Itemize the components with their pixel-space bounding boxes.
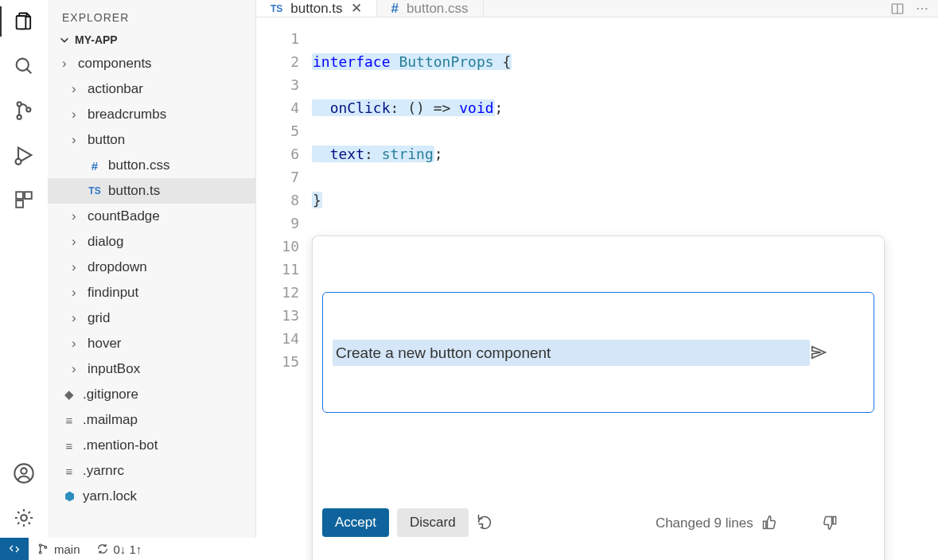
- extensions-view-icon[interactable]: [12, 188, 36, 212]
- folder-actionbar[interactable]: ›actionbar: [48, 76, 255, 102]
- source-control-view-icon[interactable]: [12, 99, 36, 122]
- remote-indicator[interactable]: [0, 538, 29, 560]
- svg-point-13: [21, 515, 26, 520]
- text-file-icon: ≡: [62, 414, 76, 427]
- svg-point-4: [18, 115, 21, 119]
- split-editor-icon[interactable]: [890, 2, 905, 16]
- gitignore-icon: ◆: [62, 387, 76, 402]
- svg-point-1: [17, 59, 29, 71]
- status-sync[interactable]: 0↓ 1↑: [88, 542, 150, 556]
- yarn-icon: ⬢: [62, 489, 76, 504]
- project-header[interactable]: MY-APP: [48, 30, 255, 51]
- tab-button-css[interactable]: # button.css: [377, 0, 484, 17]
- folder-hover[interactable]: ›hover: [48, 331, 255, 356]
- text-editor[interactable]: 123456789101112131415 interface ButtonPr…: [256, 18, 938, 560]
- file-button-css[interactable]: #button.css: [48, 153, 255, 178]
- ts-file-icon: TS: [88, 185, 102, 196]
- folder-button[interactable]: ›button: [48, 127, 255, 153]
- folder-countbadge[interactable]: ›countBadge: [48, 204, 255, 229]
- ai-prompt-text: Create a new button component: [333, 340, 810, 366]
- thumbs-down-icon[interactable]: [822, 469, 874, 560]
- svg-line-2: [27, 69, 32, 74]
- code-content[interactable]: interface ButtonProps { onClick: () => v…: [312, 18, 938, 560]
- ai-prompt-input[interactable]: Create a new button component: [322, 292, 874, 413]
- text-file-icon: ≡: [62, 465, 76, 478]
- file-gitignore[interactable]: ◆.gitignore: [48, 382, 255, 407]
- svg-point-3: [18, 102, 21, 106]
- svg-point-5: [26, 107, 30, 111]
- explorer-title: EXPLORER: [48, 0, 255, 30]
- chevron-down-icon: [59, 34, 70, 45]
- send-icon[interactable]: [810, 298, 866, 407]
- tab-label: button.css: [407, 1, 469, 17]
- folder-grid[interactable]: ›grid: [48, 305, 255, 331]
- tab-close-icon[interactable]: ✕: [351, 0, 362, 17]
- activity-bar: [0, 0, 48, 538]
- css-file-icon: #: [391, 1, 399, 17]
- accept-button[interactable]: Accept: [322, 508, 389, 537]
- thumbs-up-icon[interactable]: [761, 469, 814, 560]
- svg-point-7: [16, 159, 21, 165]
- svg-point-12: [21, 468, 26, 473]
- editor-area: TS button.ts ✕ # button.css ⋯ 1234567891…: [256, 0, 938, 538]
- file-tree: ›components ›actionbar ›breadcrumbs ›but…: [48, 51, 255, 538]
- tab-label: button.ts: [290, 1, 342, 17]
- settings-gear-icon[interactable]: [12, 506, 36, 530]
- svg-rect-9: [25, 192, 32, 199]
- ai-inline-widget: Create a new button component Accept Dis…: [312, 235, 885, 560]
- explorer-view-icon[interactable]: [12, 10, 36, 33]
- file-mailmap[interactable]: ≡.mailmap: [48, 407, 255, 433]
- editor-tabs: TS button.ts ✕ # button.css ⋯: [256, 0, 938, 18]
- sync-counts: 0↓ 1↑: [114, 542, 142, 556]
- svg-rect-10: [16, 200, 23, 208]
- file-mentionbot[interactable]: ≡.mention-bot: [48, 433, 255, 458]
- text-file-icon: ≡: [62, 439, 76, 453]
- file-yarnrc[interactable]: ≡.yarnrc: [48, 458, 255, 484]
- discard-button[interactable]: Discard: [397, 508, 469, 537]
- folder-components[interactable]: ›components: [48, 51, 255, 76]
- folder-dialog[interactable]: ›dialog: [48, 229, 255, 255]
- file-yarnlock[interactable]: ⬢yarn.lock: [48, 484, 255, 509]
- file-button-ts[interactable]: TSbutton.ts: [48, 178, 255, 204]
- svg-point-19: [39, 544, 41, 546]
- regenerate-icon[interactable]: [477, 469, 529, 560]
- branch-name: main: [54, 542, 80, 556]
- more-actions-icon[interactable]: ⋯: [916, 1, 928, 16]
- line-numbers: 123456789101112131415: [256, 18, 312, 560]
- status-branch[interactable]: main: [29, 542, 88, 556]
- folder-dropdown[interactable]: ›dropdown: [48, 255, 255, 280]
- folder-findinput[interactable]: ›findinput: [48, 280, 255, 305]
- svg-point-20: [39, 551, 41, 554]
- folder-breadcrumbs[interactable]: ›breadcrumbs: [48, 102, 255, 127]
- tab-button-ts[interactable]: TS button.ts ✕: [256, 0, 377, 17]
- svg-rect-0: [17, 16, 26, 29]
- search-view-icon[interactable]: [12, 54, 36, 78]
- changed-lines-label: Changed 9 lines: [656, 511, 753, 535]
- run-debug-view-icon[interactable]: [12, 143, 36, 167]
- project-name: MY-APP: [75, 33, 118, 46]
- folder-inputbox[interactable]: ›inputBox: [48, 356, 255, 382]
- accounts-icon[interactable]: [12, 461, 36, 485]
- ts-file-icon: TS: [271, 3, 282, 14]
- svg-rect-8: [16, 192, 23, 199]
- css-file-icon: #: [88, 159, 102, 173]
- explorer-sidebar: EXPLORER MY-APP ›components ›actionbar ›…: [48, 0, 256, 538]
